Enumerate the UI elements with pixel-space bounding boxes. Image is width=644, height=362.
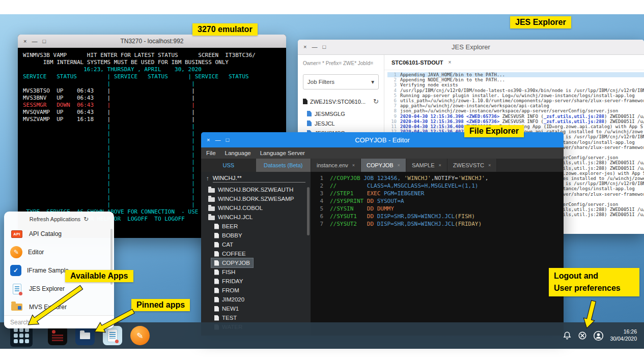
chevron-down-icon: ▾ bbox=[371, 78, 374, 85]
dataset-member[interactable]: NEW1 bbox=[211, 304, 242, 313]
user-profile-icon[interactable] bbox=[593, 330, 604, 341]
mode-tab-uss[interactable]: USS bbox=[201, 159, 256, 172]
dataset-member[interactable]: COFFEE bbox=[211, 249, 249, 258]
code-line-text: //STEP1 EXEC PGM=IEBGENER bbox=[330, 190, 424, 197]
menu-file[interactable]: File bbox=[206, 150, 216, 156]
menu-language[interactable]: Language bbox=[225, 150, 251, 156]
jes-tabstrip: STC06101-STDOUT × bbox=[384, 55, 644, 70]
terminal-line: MVSZVAMP UP 16:18 | | bbox=[23, 116, 281, 123]
code-line-text: // CLASS=A,MSGCLASS=H,MSGLEVEL=(1,1) bbox=[330, 182, 478, 190]
dataset-member[interactable]: TEST bbox=[211, 313, 240, 322]
taskbar-app-file-explorer[interactable] bbox=[75, 326, 95, 345]
refresh-icon[interactable]: ↻ bbox=[373, 98, 379, 105]
dataset-folder[interactable]: WINCHJ.COBOL bbox=[205, 203, 266, 213]
clock-time: 16:26 bbox=[610, 328, 637, 336]
tab-close-icon[interactable]: × bbox=[448, 59, 451, 65]
terminal-line: | | bbox=[23, 80, 281, 87]
refresh-icon[interactable]: ↻ bbox=[83, 216, 89, 223]
log-line-number: 9 bbox=[387, 114, 397, 119]
tab-close-icon[interactable]: × bbox=[398, 163, 400, 168]
taskbar-app-editor[interactable]: ✎ bbox=[130, 326, 150, 345]
launcher-item-mvs-explorer[interactable]: MVS Explorer bbox=[4, 298, 114, 316]
jes-titlebar[interactable]: × — □ JES Explorer bbox=[298, 40, 644, 55]
maximize-button[interactable]: □ bbox=[322, 44, 326, 50]
terminal-line: | | bbox=[23, 123, 281, 130]
file-icon bbox=[214, 242, 219, 248]
code-line: 7//SYSUT2 DD DISP=SHR,DSN=WINCHJ.JCL(FRI… bbox=[311, 220, 564, 228]
maximize-button[interactable]: □ bbox=[226, 137, 229, 143]
tab-label: instance.env bbox=[317, 162, 348, 168]
close-button[interactable]: × bbox=[207, 137, 210, 143]
up-arrow-icon[interactable]: ↑ bbox=[206, 175, 209, 182]
tree-item-label: WINCHJ.BORK.SZWEAUTH bbox=[218, 187, 293, 193]
dataset-folder[interactable]: WINCHJ.BORK.SZWEAUTH bbox=[205, 185, 296, 194]
tree-item-label: JIM2020 bbox=[222, 296, 244, 303]
minimize-button[interactable]: — bbox=[32, 39, 37, 44]
close-button[interactable]: × bbox=[23, 39, 26, 44]
notifications-bell-icon[interactable] bbox=[563, 331, 572, 340]
tab-close-icon[interactable]: × bbox=[488, 163, 491, 168]
dataset-folder[interactable]: WINCHJ.BORK.SZWESAMP bbox=[205, 194, 297, 203]
editor-tab-sample[interactable]: SAMPLE× bbox=[406, 159, 447, 172]
terminal-line: SERVICE STATUS | SERVICE STATUS | SERVIC… bbox=[23, 73, 281, 80]
dataset-member[interactable]: JIM2020 bbox=[211, 295, 247, 304]
launcher-item-jes-explorer[interactable]: JES Explorer bbox=[4, 280, 114, 298]
file-icon bbox=[214, 315, 219, 321]
tab-close-icon[interactable]: × bbox=[439, 163, 441, 168]
tab-close-icon[interactable]: × bbox=[352, 163, 355, 168]
tn3270-titlebar[interactable]: × — □ TN3270 - localhost:992 bbox=[18, 35, 286, 48]
editor-tab-copyjob[interactable]: COPYJOB× bbox=[361, 159, 406, 172]
editor-tab-instance.env[interactable]: instance.env× bbox=[311, 159, 361, 172]
jes-job-node[interactable]: ZWEJ1SV:STC0610... ↻ bbox=[303, 98, 379, 105]
close-button[interactable]: × bbox=[303, 44, 306, 50]
job-filters-dropdown[interactable]: Job Filters ▾ bbox=[303, 74, 379, 89]
log-line: 8json_path=/u/winchj/zowe-instance/works… bbox=[387, 108, 644, 113]
dataset-member[interactable]: FROM bbox=[211, 286, 242, 295]
minimize-button[interactable]: — bbox=[312, 44, 317, 50]
log-line-text: utils_path=/u/winchj/zowe-1.10.0/runtime… bbox=[400, 98, 644, 103]
tree-scrollbar[interactable] bbox=[307, 187, 310, 235]
dataset-member[interactable]: FISH bbox=[211, 267, 238, 277]
log-line-text: Verifying node exists bbox=[400, 82, 458, 87]
refresh-applications[interactable]: Refresh Applications ↻ bbox=[4, 212, 114, 225]
dataset-folder[interactable]: WINCHJ.JCL bbox=[205, 213, 256, 222]
dataset-member[interactable]: CAT bbox=[211, 240, 236, 249]
terminal-line: WINMVS3B VAMP HIT ENTER FOR LATEST STATU… bbox=[23, 52, 281, 59]
minimize-button[interactable]: — bbox=[215, 137, 220, 143]
log-line-number: 10 bbox=[387, 119, 397, 124]
editor-tab-zwesvstc[interactable]: ZWESVSTC× bbox=[447, 159, 497, 172]
taskbar-app-jes-explorer[interactable] bbox=[103, 326, 122, 345]
mode-tab-datasets-beta-[interactable]: Datasets (Beta) bbox=[256, 159, 311, 172]
menu-language-server[interactable]: Language Server bbox=[260, 150, 305, 156]
dataset-member[interactable]: FRIDAY bbox=[211, 277, 246, 286]
code-editor[interactable]: 1//COPYJOB JOB 123456, 'WINCHJ',NOTIFY='… bbox=[311, 172, 564, 336]
folder-icon bbox=[208, 206, 215, 211]
app-search-input[interactable] bbox=[4, 315, 114, 328]
launcher-item-editor[interactable]: ✎Editor bbox=[4, 243, 114, 261]
job-filters-label: Job Filters bbox=[307, 79, 334, 85]
jes-explorer-icon bbox=[10, 282, 23, 295]
annotation-pinned-apps: Pinned apps bbox=[131, 299, 190, 311]
job-icon bbox=[303, 99, 307, 104]
tree-item-label: COFFEE bbox=[222, 251, 246, 257]
taskbar-app-tn3270[interactable] bbox=[48, 326, 67, 345]
jes-tab-label: STC06101-STDOUT bbox=[391, 59, 443, 66]
log-line-number: 5 bbox=[387, 93, 397, 98]
dataset-filter-input[interactable]: WINCHJ.** bbox=[213, 175, 305, 183]
log-line-text: Running app-server plugin installer. Log… bbox=[400, 93, 635, 98]
annotation-3270-emulator: 3270 emulator bbox=[192, 23, 258, 36]
dataset-member[interactable]: COPYJOB bbox=[211, 258, 253, 267]
jes-output-tab[interactable]: STC06101-STDOUT × bbox=[391, 59, 451, 66]
jes-spool-file[interactable]: JESMSGLG bbox=[303, 109, 379, 118]
terminal-line: MVS3BTSO UP 06:43 | | bbox=[23, 87, 281, 95]
jes-spool-file[interactable]: JESJCL bbox=[303, 118, 379, 128]
code-line-number: 6 bbox=[311, 213, 323, 220]
launcher-item-label: API Catalog bbox=[29, 230, 62, 237]
launcher-item-api-catalog[interactable]: APIAPI Catalog bbox=[4, 225, 114, 243]
settings-icon[interactable] bbox=[578, 331, 587, 340]
dataset-member[interactable]: BEER bbox=[211, 222, 241, 231]
code-line: 2// CLASS=A,MSGCLASS=H,MSGLEVEL=(1,1) bbox=[311, 182, 564, 190]
tree-item-label: TEST bbox=[222, 315, 237, 321]
maximize-button[interactable]: □ bbox=[42, 39, 46, 44]
dataset-member[interactable]: BOBBY bbox=[211, 231, 245, 240]
